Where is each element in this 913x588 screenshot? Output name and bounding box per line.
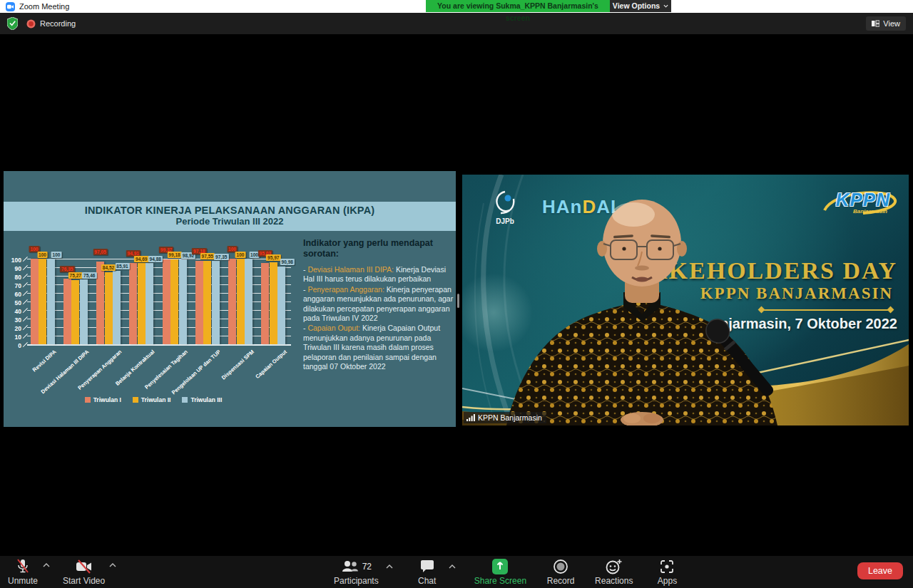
bar-triwulan-ii — [237, 259, 245, 344]
reactions-icon — [606, 559, 623, 574]
legend-swatch — [133, 397, 138, 403]
note-paragraph: - Penyerapan Anggaran: Kinerja penyerapa… — [303, 285, 455, 324]
chart-legend: Triwulan ITriwulan IITriwulan III — [46, 396, 260, 403]
legend-label: Triwulan III — [190, 396, 222, 403]
bar-triwulan-i — [31, 259, 39, 344]
view-layout-icon — [872, 20, 879, 27]
bar-value-label: 100 — [37, 252, 48, 258]
view-options-button[interactable]: View Options — [610, 0, 671, 12]
bar-triwulan-ii — [170, 259, 178, 344]
participants-label: Participants — [334, 576, 379, 586]
legend-item: Triwulan III — [182, 396, 222, 403]
chart-y-axis: 0102030405060708090100 — [4, 254, 24, 351]
viewing-share-banner: You are viewing Sukma_KPPN Banjarmasin's… — [426, 0, 610, 12]
bar-value-label: 76,35 — [60, 266, 74, 272]
notes-body: - Deviasi Halaman III DIPA: Kinerja Devi… — [303, 265, 455, 371]
bar-value-label: 100 — [235, 252, 246, 258]
participants-chevron-icon[interactable] — [386, 564, 393, 569]
legend-item: Triwulan I — [85, 396, 121, 403]
bar-value-label: 75,27 — [68, 272, 83, 279]
x-category-label: Revisi DIPA — [31, 349, 57, 373]
y-tick-label: 40 — [4, 308, 21, 315]
legend-swatch — [182, 397, 188, 403]
bar-triwulan-iii — [212, 261, 220, 344]
participants-icon — [341, 559, 359, 574]
signal-bars-icon — [466, 414, 475, 421]
bar-triwulan-iii — [277, 267, 285, 344]
bar-value-label: 94,88 — [148, 256, 163, 262]
legend-swatch — [85, 397, 91, 403]
share-screen-icon — [491, 559, 509, 574]
bar-triwulan-iii — [47, 259, 55, 344]
bar-triwulan-i — [261, 263, 269, 344]
muted-mic-icon — [16, 559, 30, 574]
audio-video-controls: Unmute Start Video — [7, 559, 116, 586]
meeting-stage: INDIKATOR KINERJA PELAKSANAAN ANGGARAN (… — [0, 34, 913, 556]
legend-label: Triwulan I — [93, 396, 121, 403]
share-screen-button[interactable]: Share Screen — [474, 559, 526, 586]
reactions-button[interactable]: Reactions — [595, 559, 633, 586]
pane-resize-handle[interactable] — [457, 294, 459, 308]
bar-triwulan-iii — [146, 263, 153, 344]
chat-icon — [419, 559, 435, 574]
center-controls: 72 Participants Chat — [334, 559, 683, 586]
bar-triwulan-i — [228, 259, 236, 344]
slide-title: INDIKATOR KINERJA PELAKSANAAN ANGGARAN (… — [4, 205, 456, 216]
y-tick-label: 60 — [4, 291, 21, 298]
video-options-chevron-icon[interactable] — [109, 563, 116, 567]
chat-chevron-icon[interactable] — [449, 564, 456, 569]
participant-name-tag: KPPN Banjarmasin — [464, 412, 546, 423]
bar-triwulan-i — [129, 263, 137, 344]
bar-triwulan-iii — [179, 259, 187, 344]
apps-button[interactable]: Apps — [651, 559, 683, 586]
view-options-label: View Options — [613, 0, 660, 12]
apps-icon — [659, 559, 675, 574]
camera-icon — [7, 4, 14, 10]
bar-value-label: 85,91 — [115, 263, 129, 269]
leave-button[interactable]: Leave — [857, 562, 903, 579]
bar-triwulan-iii — [113, 271, 121, 344]
bar-triwulan-ii — [105, 272, 113, 344]
speaker-video-tile[interactable]: DJPb HAnDAL KPPN Banjarmasin TAKEHOLDERS… — [462, 175, 909, 425]
unmute-button[interactable]: Unmute — [7, 559, 39, 586]
mic-options-chevron-icon[interactable] — [43, 563, 50, 567]
slide-subtitle: Periode Triwulan III 2022 — [4, 216, 456, 227]
participants-count: 72 — [362, 562, 372, 572]
bar-value-label: 95,97 — [266, 254, 280, 261]
chat-button[interactable]: Chat — [412, 559, 443, 586]
bar-value-label: 84,52 — [101, 264, 116, 271]
start-video-button[interactable]: Start Video — [63, 559, 105, 586]
note-highlight: Capaian Ouput: — [307, 324, 360, 332]
bar-value-label: 99,18 — [167, 252, 181, 258]
note-highlight: Deviasi Halaman III DIPA: — [307, 265, 394, 274]
participants-button[interactable]: 72 Participants — [334, 559, 379, 586]
legend-item: Triwulan II — [133, 396, 171, 403]
bar-value-label: 100 — [51, 252, 62, 258]
bar-triwulan-i — [63, 279, 71, 344]
bar-triwulan-i — [195, 261, 203, 344]
view-button-label: View — [883, 19, 900, 28]
note-highlight: Penyerapan Anggaran: — [307, 285, 384, 294]
bar-triwulan-ii — [71, 280, 79, 344]
view-button[interactable]: View — [866, 16, 906, 31]
bar-triwulan-ii — [270, 262, 277, 344]
start-video-label: Start Video — [63, 576, 105, 586]
y-tick-label: 50 — [4, 299, 21, 306]
bar-value-label: 97,55 — [200, 253, 215, 259]
bar-value-label: 97,35 — [214, 254, 228, 260]
x-category-label: Dispensasi SPM — [220, 349, 255, 381]
y-tick-label: 10 — [4, 334, 21, 341]
record-button[interactable]: Record — [545, 559, 576, 586]
y-tick-label: 100 — [4, 257, 21, 264]
shield-check-icon[interactable] — [7, 17, 18, 30]
recording-dot-icon — [26, 19, 36, 29]
y-tick-label: 80 — [4, 274, 21, 281]
apps-label: Apps — [658, 576, 677, 586]
y-tick-label: 20 — [4, 325, 21, 332]
bar-value-label: 94,69 — [134, 256, 148, 262]
y-tick-label: 70 — [4, 282, 21, 289]
bar-triwulan-ii — [138, 263, 146, 344]
chart-plot: 100100100Revisi DIPA76,3575,2775,46Devia… — [27, 260, 291, 346]
bar-triwulan-iii — [245, 259, 253, 344]
reactions-label: Reactions — [595, 576, 633, 586]
